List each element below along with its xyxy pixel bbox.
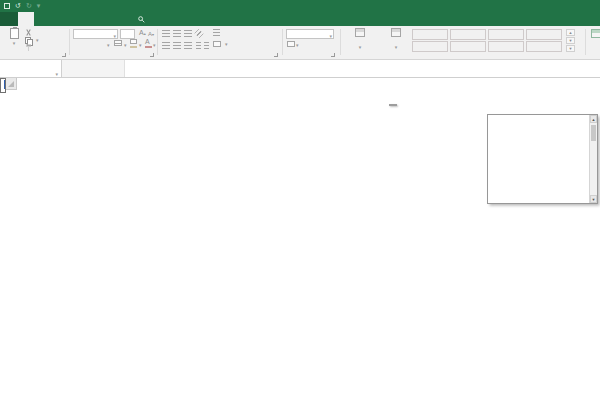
tab-datei[interactable]: [0, 12, 18, 26]
format-painter-icon: [25, 44, 32, 51]
font-name-combobox[interactable]: ▾: [73, 29, 118, 39]
format-painter-button[interactable]: [25, 44, 34, 51]
wrap-text-button[interactable]: [213, 29, 222, 36]
paste-dropdown-icon[interactable]: ▾: [13, 40, 16, 46]
scroll-down-icon[interactable]: ▼: [590, 195, 597, 203]
cell-style-standard[interactable]: [412, 29, 448, 40]
styles-gallery-up-icon[interactable]: ▲: [566, 29, 575, 36]
copy-button[interactable]: ▾: [25, 37, 39, 44]
clipboard-dialog-launcher[interactable]: [62, 53, 66, 57]
ribbon-tab-bar: [0, 12, 600, 26]
align-bottom-icon[interactable]: [184, 30, 192, 37]
accounting-format-icon[interactable]: [287, 41, 295, 47]
group-divider: [340, 29, 341, 55]
cell-style-schlecht[interactable]: [526, 29, 562, 40]
cell-style-ausgabe[interactable]: [412, 41, 448, 52]
title-bar: ↺ ↻ ▾: [0, 0, 600, 12]
conditional-formatting-icon: [355, 28, 365, 37]
formula-bar: ▾: [0, 60, 600, 78]
conditional-formatting-button[interactable]: ▾: [342, 28, 378, 50]
group-divider: [69, 29, 70, 55]
ribbon: ▾ ▾ ▾ A▴ A▾ ▾ ▾ ▾ A▾: [0, 26, 600, 60]
cell-style-gut[interactable]: [450, 29, 486, 40]
alignment-dialog-launcher[interactable]: [274, 53, 278, 57]
format-as-table-button[interactable]: ▾: [378, 28, 414, 50]
font-color-icon[interactable]: A: [145, 38, 153, 48]
scissors-icon: [25, 29, 32, 36]
tab-ueberpruefen[interactable]: [98, 12, 114, 26]
cell-edit-box[interactable]: [0, 78, 6, 93]
orientation-icon[interactable]: [194, 29, 203, 38]
number-dialog-launcher[interactable]: [331, 53, 335, 57]
autocomplete-dropdown: ▲ ▼: [487, 114, 598, 204]
scrollbar-thumb[interactable]: [591, 125, 596, 141]
text-cursor: [4, 80, 5, 89]
tab-einfuegen[interactable]: [34, 12, 50, 26]
name-box[interactable]: ▾: [0, 60, 62, 77]
fill-color-icon[interactable]: [130, 39, 138, 48]
wrap-text-icon: [213, 29, 220, 36]
group-divider: [282, 29, 283, 55]
insert-cells-icon[interactable]: [591, 29, 600, 38]
paste-button[interactable]: ▾: [3, 28, 25, 52]
autocomplete-list: [488, 115, 589, 203]
align-top-icon[interactable]: [162, 30, 170, 37]
borders-icon[interactable]: [114, 40, 122, 46]
merge-center-icon: [213, 41, 221, 47]
align-center-icon[interactable]: [173, 42, 181, 49]
tab-suchen[interactable]: [130, 12, 156, 26]
group-divider: [157, 29, 158, 55]
search-icon: [138, 16, 145, 23]
format-as-table-icon: [391, 28, 401, 37]
copy-icon: [25, 37, 32, 44]
tab-daten[interactable]: [82, 12, 98, 26]
tab-seitenlayout[interactable]: [50, 12, 66, 26]
cell-style-eingabe[interactable]: [488, 41, 524, 52]
excel-window: ↺ ↻ ▾ ▾ ▾: [0, 0, 600, 400]
increase-indent-icon[interactable]: [204, 42, 209, 49]
scroll-up-icon[interactable]: ▲: [590, 115, 597, 123]
cut-button[interactable]: [25, 29, 34, 36]
formula-input[interactable]: [124, 60, 600, 77]
tab-start[interactable]: [18, 12, 34, 26]
cell-style-erklaerender-text[interactable]: [526, 41, 562, 52]
autocomplete-scrollbar[interactable]: ▲ ▼: [589, 115, 597, 203]
align-right-icon[interactable]: [184, 42, 192, 49]
styles-gallery-down-icon[interactable]: ▼: [566, 37, 575, 44]
cell-style-neutral[interactable]: [488, 29, 524, 40]
font-dialog-launcher[interactable]: [150, 53, 154, 57]
styles-gallery-more-icon[interactable]: ▼: [566, 45, 575, 52]
merge-center-button[interactable]: ▾: [213, 41, 228, 47]
cell-style-berechnung[interactable]: [450, 41, 486, 52]
sheet-area: ▲ ▼: [0, 78, 600, 400]
clipboard-icon: [10, 28, 19, 39]
function-tooltip: [389, 104, 397, 106]
number-format-combobox[interactable]: ▾: [286, 29, 334, 39]
font-size-combobox[interactable]: [120, 29, 135, 39]
tab-ansicht[interactable]: [114, 12, 130, 26]
align-left-icon[interactable]: [162, 42, 170, 49]
window-title: [0, 0, 600, 12]
align-middle-icon[interactable]: [173, 30, 181, 37]
underline-dropdown-icon[interactable]: ▾: [107, 42, 110, 48]
group-divider: [585, 29, 586, 55]
decrease-indent-icon[interactable]: [196, 42, 201, 49]
tab-formeln[interactable]: [66, 12, 82, 26]
